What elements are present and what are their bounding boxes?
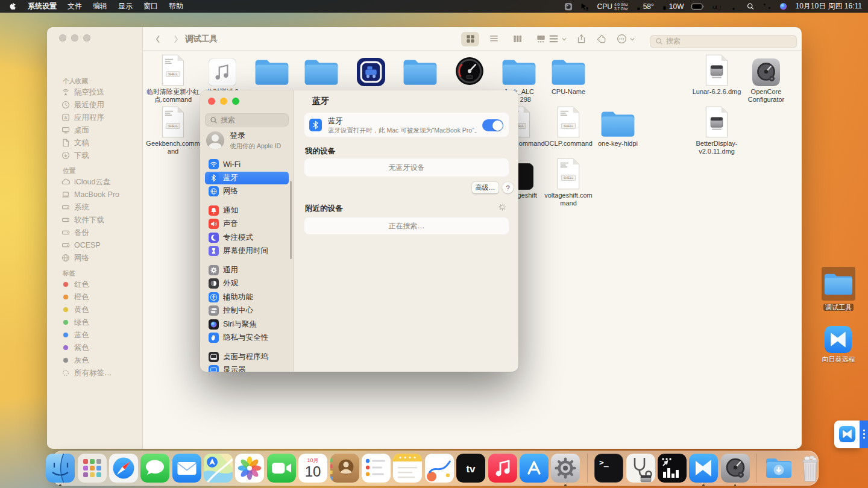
settings-nav-屏幕使用时间[interactable]: 屏幕使用时间 <box>205 245 289 257</box>
dock-mail[interactable] <box>172 454 201 483</box>
file-OpenCoreConfigurator[interactable]: OpenCoreConfigurator <box>737 55 795 103</box>
sidebar-item-灰色[interactable]: 灰色 <box>61 355 89 365</box>
sidebar-item-MacBook Pro[interactable]: MacBook Pro <box>61 190 119 199</box>
settings-nav-Siri与聚焦[interactable]: Siri与聚焦 <box>205 318 289 331</box>
dock-settings[interactable] <box>551 454 580 483</box>
settings-nav-显示器[interactable]: 显示器 <box>205 364 289 372</box>
dock-opencore[interactable] <box>721 454 750 483</box>
menu-窗口[interactable]: 窗口 <box>138 1 163 11</box>
settings-nav-控制中心[interactable]: 控制中心 <box>205 304 289 317</box>
sidebar-item-所有标签…[interactable]: 所有标签… <box>61 368 112 378</box>
file-Geekbench.command[interactable]: SHELLGeekbench.command <box>144 107 202 155</box>
sidebar-item-系统[interactable]: 系统 <box>61 202 89 212</box>
widget-menu-strip[interactable] <box>860 421 868 448</box>
view-columns-icon[interactable] <box>508 32 526 46</box>
dock-reminders[interactable] <box>362 454 391 483</box>
settings-nav-网络[interactable]: 网络 <box>205 185 289 198</box>
desktop-app-sunlogin[interactable] <box>825 326 852 353</box>
settings-nav-辅助功能[interactable]: 辅助功能 <box>205 291 289 304</box>
menu-编辑[interactable]: 编辑 <box>87 1 113 11</box>
dock-freeform[interactable] <box>425 454 454 483</box>
dock-finder[interactable] <box>46 454 75 483</box>
apple-id-login[interactable]: 登录 使用你的 Apple ID <box>206 130 281 151</box>
dock-calendar[interactable]: 10月10 <box>298 454 327 483</box>
view-list-icon[interactable] <box>485 32 503 46</box>
apple-menu-icon[interactable] <box>8 2 22 10</box>
wifi-icon[interactable] <box>729 3 738 10</box>
dock-chartapp[interactable] <box>658 454 687 483</box>
back-icon[interactable] <box>155 34 161 44</box>
dock-notes[interactable] <box>393 454 422 483</box>
tag-icon[interactable] <box>596 34 606 44</box>
menu-显示[interactable]: 显示 <box>113 1 138 11</box>
screen-record-icon[interactable] <box>564 2 573 11</box>
settings-nav-声音[interactable]: 声音 <box>205 217 289 230</box>
dock-trash[interactable] <box>796 454 825 483</box>
bluetooth-toggle[interactable] <box>482 119 503 131</box>
settings-traffic-lights[interactable] <box>208 98 239 105</box>
sidebar-item-桌面[interactable]: 桌面 <box>61 125 89 135</box>
menu-文件[interactable]: 文件 <box>62 1 87 11</box>
dock-sunlogin[interactable] <box>689 454 718 483</box>
dock-safari[interactable] <box>109 454 138 483</box>
file-one-key-hidpi[interactable]: one-key-hidpi <box>589 107 647 148</box>
dock-maps[interactable] <box>204 454 233 483</box>
more-actions-button[interactable] <box>616 33 635 45</box>
dock-launchpad[interactable] <box>78 454 107 483</box>
settings-nav-Wi-Fi[interactable]: Wi-Fi <box>205 158 289 170</box>
dock-messages[interactable] <box>140 454 169 483</box>
screen-share-icon[interactable] <box>580 2 590 11</box>
help-button[interactable]: ? <box>502 182 514 193</box>
dock-appstore[interactable] <box>520 454 549 483</box>
sidebar-item-红色[interactable]: 红色 <box>61 280 89 289</box>
dock-terminal[interactable]: >_ <box>594 454 623 483</box>
sidebar-item-黄色[interactable]: 黄色 <box>61 305 89 314</box>
power-status[interactable]: 10W <box>662 2 684 11</box>
sidebar-item-网络[interactable]: 网络 <box>61 253 89 263</box>
settings-nav-隐私与安全性[interactable]: 隐私与安全性 <box>205 331 289 344</box>
desktop-folder-selected[interactable] <box>822 267 855 301</box>
sunlogin-tray-icon[interactable] <box>779 2 787 10</box>
settings-nav-通用[interactable]: 通用 <box>205 264 289 277</box>
file-voltageshift.command[interactable]: SHELLvoltageshift.command <box>539 158 597 207</box>
finder-traffic-lights[interactable] <box>59 34 90 42</box>
finder-search-field[interactable]: 搜索 <box>650 35 797 48</box>
sidebar-item-蓝色[interactable]: 蓝色 <box>61 330 89 340</box>
sidebar-item-橙色[interactable]: 橙色 <box>61 292 89 302</box>
dock-tv[interactable]: tv <box>456 454 485 483</box>
menu-帮助[interactable]: 帮助 <box>163 1 189 11</box>
share-icon[interactable] <box>576 34 587 44</box>
dock-music[interactable] <box>488 454 517 483</box>
dock-photos[interactable] <box>235 454 264 483</box>
settings-nav-专注模式[interactable]: 专注模式 <box>205 231 289 244</box>
forward-icon[interactable] <box>173 34 179 44</box>
file-BetterDisplay-v2.0.11.dmg[interactable]: BetterDisplay-v2.0.11.dmg <box>688 107 746 155</box>
menubar-clock[interactable]: 10月10日 周四 16:11 <box>795 1 862 11</box>
settings-nav-蓝牙[interactable]: 蓝牙 <box>205 172 289 184</box>
control-center-icon[interactable] <box>763 2 772 10</box>
advanced-button[interactable]: 高级… <box>472 182 498 193</box>
settings-search-field[interactable]: 搜索 <box>205 113 289 127</box>
sidebar-item-备份[interactable]: 备份 <box>61 228 89 237</box>
sidebar-item-绿色[interactable]: 绿色 <box>61 318 89 327</box>
sidebar-item-紫色[interactable]: 紫色 <box>61 343 89 352</box>
file-CPU-Name[interactable]: CPU-Name <box>539 55 597 96</box>
settings-nav-通知[interactable]: 通知 <box>205 204 289 217</box>
settings-nav-桌面与程序坞[interactable]: 桌面与程序坞 <box>205 351 289 363</box>
scrollbar[interactable] <box>290 181 292 259</box>
sidebar-item-iCloud云盘[interactable]: iCloud云盘 <box>61 177 110 187</box>
sidebar-item-OCESP[interactable]: OCESP <box>61 240 101 250</box>
view-gallery-icon[interactable] <box>532 32 550 46</box>
sidebar-item-隔空投送[interactable]: 隔空投送 <box>61 87 104 97</box>
dock-hackintool[interactable] <box>626 454 655 483</box>
spotlight-icon[interactable] <box>746 2 755 10</box>
dock-downloads[interactable] <box>764 454 793 483</box>
input-source-icon[interactable]: ${st.input_source} <box>712 2 721 11</box>
view-grid-icon[interactable] <box>461 32 479 46</box>
temperature-status[interactable]: 58° <box>636 2 654 11</box>
sidebar-item-软件下载[interactable]: 软件下载 <box>61 215 104 225</box>
cpu-status[interactable]: CPU4.0 Ghz3.7 Ghz <box>597 2 628 11</box>
battery-icon[interactable] <box>691 3 705 10</box>
sidebar-item-文稿[interactable]: 文稿 <box>61 138 89 148</box>
sidebar-item-下载[interactable]: 下载 <box>61 151 89 160</box>
